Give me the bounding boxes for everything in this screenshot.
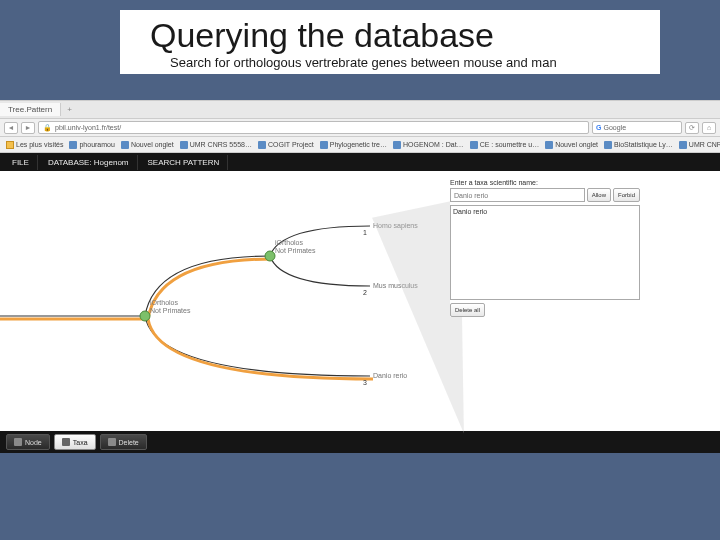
favicon-icon [320, 141, 328, 149]
bookmark-item[interactable]: COGIT Project [258, 141, 314, 149]
tree-leaf-num-2: 2 [363, 289, 367, 296]
taxa-list[interactable]: Danio rerio [450, 205, 640, 300]
favicon-icon [679, 141, 687, 149]
bookmark-label: Phylogenetic tre… [330, 141, 387, 148]
url-input[interactable]: 🔒 pbil.univ-lyon1.fr/test/ [38, 121, 589, 134]
tree-leaf-num-3: 3 [363, 379, 367, 386]
bookmark-label: UMR CNRS 5558… [689, 141, 720, 148]
bookmark-item[interactable]: Nouvel onglet [545, 141, 598, 149]
bookmark-item[interactable]: HOGENOM : Dat… [393, 141, 464, 149]
new-tab-button[interactable]: + [61, 103, 78, 116]
bookmark-item[interactable]: BioStatistique Ly… [604, 141, 673, 149]
favicon-icon [545, 141, 553, 149]
browser-window: Tree.Pattern + ◄ ► 🔒 pbil.univ-lyon1.fr/… [0, 100, 720, 453]
home-button[interactable]: ⌂ [702, 122, 716, 134]
bookmark-item[interactable]: phouramou [69, 141, 114, 149]
node-tool-label: Node [25, 439, 42, 446]
taxa-panel: Enter a taxa scientific name: Danio reri… [450, 179, 640, 317]
search-engine-icon: G [596, 124, 601, 131]
browser-tab[interactable]: Tree.Pattern [0, 103, 61, 116]
taxa-input-label: Enter a taxa scientific name: [450, 179, 640, 186]
taxa-tool-label: Taxa [73, 439, 88, 446]
bookmark-item[interactable]: CE : soumettre u… [470, 141, 540, 149]
taxa-icon [62, 438, 70, 446]
app-content: iOrtholos Not Primates iOrtholos Not Pri… [0, 171, 720, 431]
node-icon [14, 438, 22, 446]
search-input[interactable]: G Google [592, 121, 682, 134]
bookmark-item[interactable]: Phylogenetic tre… [320, 141, 387, 149]
favicon-icon [604, 141, 612, 149]
slide-title-area: Querying the database Search for ortholo… [120, 10, 660, 74]
back-button[interactable]: ◄ [4, 122, 18, 134]
tree-inner-label2: Not Primates [275, 247, 316, 254]
delete-tool-label: Delete [119, 439, 139, 446]
browser-navbar: ◄ ► 🔒 pbil.univ-lyon1.fr/test/ G Google … [0, 119, 720, 137]
tree-area: iOrtholos Not Primates iOrtholos Not Pri… [0, 171, 420, 431]
tree-root-label1: iOrtholos [150, 299, 179, 306]
allow-button[interactable]: Allow [587, 188, 611, 202]
url-text: pbil.univ-lyon1.fr/test/ [55, 124, 121, 131]
favicon-icon [470, 141, 478, 149]
bookmark-item[interactable]: UMR CNRS 5558… [679, 141, 720, 149]
search-engine-label: Google [603, 124, 626, 131]
app-bottombar: Node Taxa Delete [0, 431, 720, 453]
tree-leaf-homo: Homo sapiens [373, 222, 418, 230]
node-tool-button[interactable]: Node [6, 434, 50, 450]
menu-database[interactable]: DATABASE: Hogenom [40, 155, 138, 170]
bookmark-item[interactable]: Nouvel onglet [121, 141, 174, 149]
tree-leaf-mus: Mus musculus [373, 282, 418, 289]
folder-icon [6, 141, 14, 149]
tree-leaf-danio: Danio rerio [373, 372, 407, 379]
favicon-icon [180, 141, 188, 149]
bookmark-item[interactable]: UMR CNRS 5558… [180, 141, 252, 149]
delete-tool-button[interactable]: Delete [100, 434, 147, 450]
favicon-icon [393, 141, 401, 149]
tree-svg: iOrtholos Not Primates iOrtholos Not Pri… [0, 171, 420, 431]
delete-icon [108, 438, 116, 446]
page-subtitle: Search for orthologous vertrebrate genes… [150, 55, 640, 70]
reload-button[interactable]: ⟳ [685, 122, 699, 134]
tree-leaf-num-1: 1 [363, 229, 367, 236]
taxa-name-input[interactable]: Danio rerio [450, 188, 585, 202]
bookmark-label: HOGENOM : Dat… [403, 141, 464, 148]
browser-tabbar: Tree.Pattern + [0, 101, 720, 119]
app-menubar: FILE DATABASE: Hogenom SEARCH PATTERN [0, 153, 720, 171]
menu-search-pattern[interactable]: SEARCH PATTERN [140, 155, 229, 170]
favicon-icon [121, 141, 129, 149]
tree-inner-label1: iOrtholos [275, 239, 304, 246]
page-title: Querying the database [150, 16, 640, 55]
bookmark-label: CE : soumettre u… [480, 141, 540, 148]
bookmarks-bar: Les plus visités phouramou Nouvel onglet… [0, 137, 720, 153]
delete-all-button[interactable]: Delete all [450, 303, 485, 317]
taxa-tool-button[interactable]: Taxa [54, 434, 96, 450]
favicon-icon [69, 141, 77, 149]
bookmark-label: BioStatistique Ly… [614, 141, 673, 148]
menu-file[interactable]: FILE [4, 155, 38, 170]
bookmark-label: Nouvel onglet [131, 141, 174, 148]
svg-point-0 [140, 311, 150, 321]
favicon-icon [258, 141, 266, 149]
bookmark-label: UMR CNRS 5558… [190, 141, 252, 148]
bookmark-label: Nouvel onglet [555, 141, 598, 148]
bookmark-label: phouramou [79, 141, 114, 148]
svg-point-1 [265, 251, 275, 261]
forward-button[interactable]: ► [21, 122, 35, 134]
lock-icon: 🔒 [43, 124, 52, 132]
list-item[interactable]: Danio rerio [453, 208, 637, 215]
bookmark-item[interactable]: Les plus visités [6, 141, 63, 149]
bookmark-label: COGIT Project [268, 141, 314, 148]
bookmark-label: Les plus visités [16, 141, 63, 148]
tree-root-label2: Not Primates [150, 307, 191, 314]
forbid-button[interactable]: Forbid [613, 188, 640, 202]
